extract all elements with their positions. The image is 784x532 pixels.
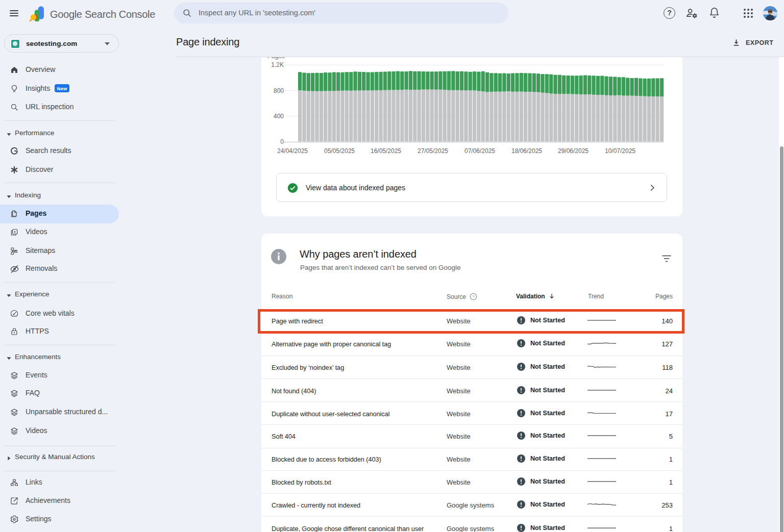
svg-text:?: ? (472, 294, 475, 299)
